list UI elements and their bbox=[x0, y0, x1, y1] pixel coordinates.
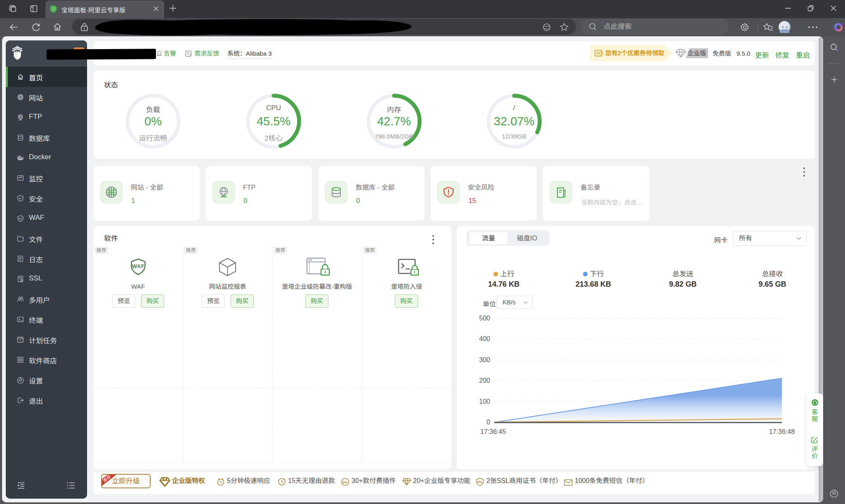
svg-text:0: 0 bbox=[486, 419, 490, 426]
svg-text:400: 400 bbox=[479, 335, 490, 342]
svg-text:30+: 30+ bbox=[342, 480, 348, 484]
svg-text:300: 300 bbox=[479, 356, 490, 363]
svg-text:200: 200 bbox=[479, 377, 490, 384]
svg-text:500: 500 bbox=[479, 315, 490, 322]
svg-text:100: 100 bbox=[479, 398, 490, 405]
svg-text:17:36:48: 17:36:48 bbox=[769, 428, 795, 435]
svg-text:SSL: SSL bbox=[477, 480, 483, 483]
svg-text:17:36:45: 17:36:45 bbox=[480, 428, 506, 435]
